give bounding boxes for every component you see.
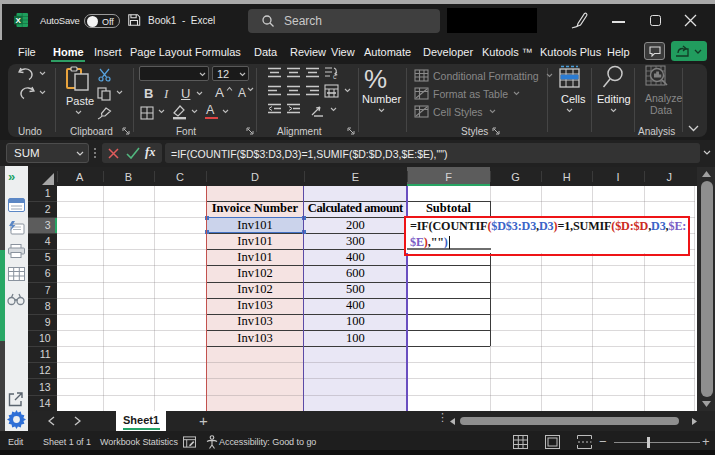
svg-text:c: c bbox=[333, 73, 337, 80]
svg-text:X: X bbox=[16, 16, 22, 25]
